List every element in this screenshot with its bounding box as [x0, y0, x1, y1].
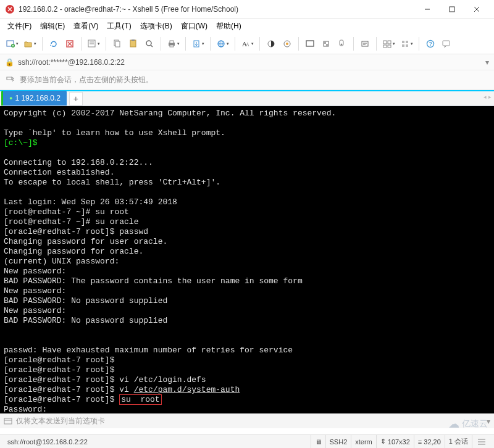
svg-rect-30 — [326, 44, 329, 46]
svg-text:?: ? — [429, 41, 433, 47]
new-tab-button[interactable]: + — [69, 92, 83, 106]
status-menu-icon[interactable] — [472, 435, 490, 448]
status-bar: ssh://root@192.168.0.2:22 🖥 SSH2 xterm ⇕… — [0, 434, 494, 448]
status-address: ssh://root@192.168.0.2:22 — [4, 435, 311, 448]
svg-rect-2 — [450, 7, 454, 12]
fullscreen-button[interactable] — [303, 36, 317, 52]
svg-point-26 — [286, 43, 288, 45]
reconnect-button[interactable] — [46, 36, 61, 52]
disconnect-button[interactable] — [62, 36, 77, 52]
send-placeholder[interactable]: 仅将文本发送到当前选项卡 — [16, 416, 483, 426]
svg-rect-11 — [130, 40, 136, 47]
color-scheme-button[interactable] — [264, 36, 278, 52]
close-button[interactable] — [464, 1, 489, 18]
svg-rect-39 — [388, 45, 391, 48]
svg-point-32 — [341, 43, 343, 45]
status-monitor-icon: 🖥 — [311, 435, 325, 448]
status-sessions: 1 会话 — [445, 435, 472, 448]
toolbar: ▾ ▾ ▾ ▾ ▾ ▾ AA▾ ▾ ▾ ? — [0, 33, 494, 54]
svg-rect-42 — [402, 44, 404, 47]
tile-button[interactable]: ▾ — [398, 36, 415, 52]
svg-rect-33 — [362, 41, 368, 46]
tab-status-dot-icon: ● — [9, 95, 12, 101]
svg-rect-43 — [406, 44, 408, 47]
svg-rect-40 — [402, 41, 404, 43]
paste-button[interactable] — [126, 36, 141, 52]
chat-icon[interactable] — [439, 36, 454, 52]
tab-label: 1 192.168.0.2 — [15, 94, 60, 102]
maximize-button[interactable] — [440, 1, 464, 18]
svg-point-13 — [146, 41, 151, 46]
menu-tabs[interactable]: 选项卡(B) — [136, 20, 176, 33]
app-icon — [5, 4, 15, 14]
hint-bar: 要添加当前会话，点击左侧的箭头按钮。 — [0, 70, 494, 90]
transparency-button[interactable] — [319, 36, 333, 52]
send-target-icon[interactable] — [4, 417, 12, 426]
menu-help[interactable]: 帮助(H) — [212, 20, 245, 33]
menu-window[interactable]: 窗口(W) — [177, 20, 211, 33]
svg-rect-41 — [406, 41, 408, 43]
script-button[interactable] — [358, 36, 372, 52]
watermark-text: 亿速云 — [462, 418, 488, 429]
new-session-button[interactable]: ▾ — [4, 36, 20, 52]
minimize-button[interactable] — [415, 1, 440, 18]
status-term: xterm — [351, 435, 376, 448]
menu-view[interactable]: 查看(V) — [70, 20, 102, 33]
address-bar: 🔒 ssh://root:******@192.168.0.2:22 ▾ — [0, 54, 494, 70]
font-button[interactable]: AA▾ — [239, 36, 256, 52]
open-button[interactable]: ▾ — [22, 36, 38, 52]
menu-edit[interactable]: 编辑(E) — [36, 20, 69, 33]
chevron-down-icon: ▾ — [16, 41, 19, 46]
status-cursor-pos: ≡32,20 — [414, 435, 445, 448]
transfer-button[interactable]: ▾ — [190, 36, 206, 52]
lock-icon: 🔒 — [5, 58, 14, 67]
svg-rect-16 — [170, 41, 174, 43]
window-title: 192.168.0.2 - oracle@redhat-7:~ - Xshell… — [19, 5, 415, 14]
svg-rect-10 — [115, 41, 120, 47]
svg-rect-46 — [443, 41, 450, 46]
svg-rect-47 — [4, 418, 12, 424]
cloud-icon: ☁ — [448, 417, 459, 431]
globe-button[interactable]: ▾ — [214, 36, 231, 52]
send-text-bar: 仅将文本发送到当前选项卡 ▾ — [0, 413, 494, 428]
svg-rect-12 — [132, 39, 135, 41]
title-bar: 192.168.0.2 - oracle@redhat-7:~ - Xshell… — [0, 0, 494, 19]
session-tab[interactable]: ● 1 192.168.0.2 — [1, 91, 67, 106]
watermark: ☁ 亿速云 — [448, 417, 488, 431]
svg-line-14 — [151, 45, 153, 47]
find-button[interactable] — [142, 36, 157, 52]
layout-button[interactable]: ▾ — [380, 36, 397, 52]
print-button[interactable]: ▾ — [165, 36, 182, 52]
svg-rect-27 — [306, 41, 314, 46]
address-dropdown-icon[interactable]: ▾ — [485, 58, 489, 67]
always-on-top-button[interactable] — [335, 36, 350, 52]
svg-rect-36 — [383, 41, 387, 44]
svg-rect-37 — [388, 41, 391, 44]
highlight-button[interactable] — [280, 36, 295, 52]
add-session-arrow-icon[interactable] — [5, 75, 15, 85]
svg-rect-38 — [383, 45, 387, 48]
hint-text: 要添加当前会话，点击左侧的箭头按钮。 — [20, 75, 153, 85]
properties-button[interactable]: ▾ — [85, 36, 102, 52]
help-button[interactable]: ? — [423, 36, 438, 52]
copy-button[interactable] — [110, 36, 125, 52]
terminal-output[interactable]: Copyright (c) 2002-2017 NetSarang Comput… — [0, 106, 494, 413]
svg-rect-17 — [170, 45, 174, 47]
address-text[interactable]: ssh://root:******@192.168.0.2:22 — [18, 58, 482, 67]
tab-bar: ● 1 192.168.0.2 + ◂ ▸ — [0, 90, 494, 106]
menu-bar: 文件(F) 编辑(E) 查看(V) 工具(T) 选项卡(B) 窗口(W) 帮助(… — [0, 19, 494, 33]
status-protocol: SSH2 — [325, 435, 351, 448]
menu-file[interactable]: 文件(F) — [4, 20, 35, 33]
status-size: ⇕107x32 — [376, 435, 414, 448]
menu-tools[interactable]: 工具(T) — [103, 20, 135, 33]
svg-text:A: A — [246, 42, 249, 48]
tab-nav-arrows[interactable]: ◂ ▸ — [484, 94, 492, 100]
svg-rect-29 — [324, 41, 326, 44]
